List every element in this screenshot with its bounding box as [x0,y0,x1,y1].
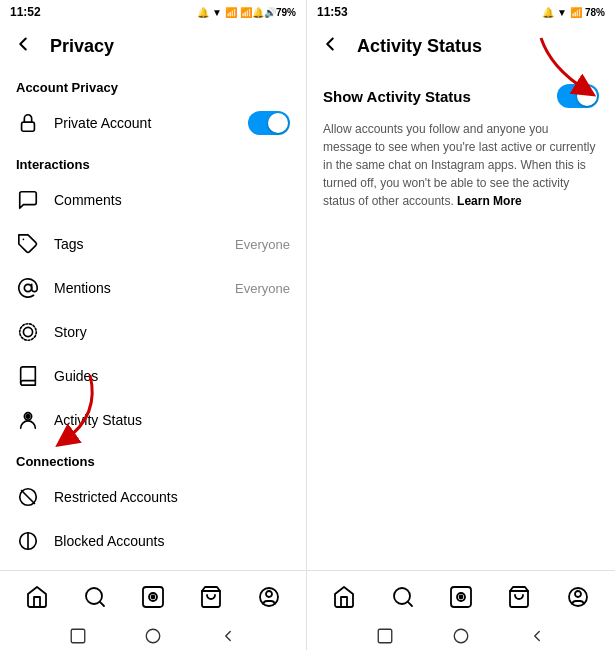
right-battery: 78% [585,7,605,18]
square-gesture-right[interactable] [371,622,399,650]
show-activity-status-label: Show Activity Status [323,88,471,105]
block-icon [16,529,40,553]
tags-label: Tags [54,236,221,252]
right-time: 11:53 [317,5,348,19]
left-nav-icons [0,571,306,622]
right-gesture-bar [307,622,615,650]
back-gesture-left[interactable] [214,622,242,650]
activity-status-toggle[interactable] [557,84,599,108]
menu-item-tags[interactable]: Tags Everyone [0,222,306,266]
right-nav-icons [307,571,615,622]
story-icon [16,320,40,344]
search-nav-right[interactable] [383,577,423,617]
right-page-title: Activity Status [357,36,482,57]
left-status-icons: 🔔 ▼ 📶 📶🔔🔊79% [197,7,296,18]
left-gesture-bar [0,622,306,650]
activity-icon [16,408,40,432]
at-icon [16,276,40,300]
tag-icon [16,232,40,256]
blocked-label: Blocked Accounts [54,533,290,549]
left-bottom-nav [0,570,306,650]
back-button-left[interactable] [12,33,34,60]
profile-nav-left[interactable] [249,577,289,617]
svg-point-2 [24,284,31,291]
guides-label: Guides [54,368,290,384]
comments-label: Comments [54,192,290,208]
right-signal-icon: 📶 [570,7,582,18]
section-connections: Connections [0,442,306,475]
comment-icon [16,188,40,212]
back-gesture-right[interactable] [523,622,551,650]
story-label: Story [54,324,290,340]
menu-item-story[interactable]: Story [0,310,306,354]
menu-item-activity-status[interactable]: Activity Status [0,398,306,442]
svg-point-6 [26,415,30,419]
svg-point-24 [146,629,160,643]
left-scroll-area[interactable]: Account Privacy Private Account Interact… [0,68,306,570]
activity-status-label: Activity Status [54,412,290,428]
svg-point-22 [266,591,272,597]
book-icon [16,364,40,388]
left-header: Privacy [0,24,306,68]
svg-line-26 [407,601,411,605]
menu-item-blocked[interactable]: Blocked Accounts [0,519,306,563]
learn-more-link[interactable]: Learn More [457,194,522,208]
svg-rect-33 [378,629,392,643]
menu-item-muted[interactable]: Muted Accounts [0,563,306,570]
profile-nav-right[interactable] [558,577,598,617]
mentions-value: Everyone [235,281,290,296]
svg-rect-0 [22,122,35,131]
battery-left: 📶🔔🔊79% [240,7,296,18]
back-button-right[interactable] [319,33,341,60]
circle-gesture-left[interactable] [139,622,167,650]
right-panel: 11:53 🔔 ▼ 📶 78% Activity Status Show Act… [307,0,615,650]
svg-point-4 [20,324,37,341]
svg-point-3 [23,327,32,336]
menu-item-restricted[interactable]: Restricted Accounts [0,475,306,519]
activity-description: Allow accounts you follow and anyone you… [323,120,599,210]
left-page-title: Privacy [50,36,114,57]
right-wifi-icon: ▼ [557,7,567,18]
circle-gesture-right[interactable] [447,622,475,650]
right-alarm-icon: 🔔 [542,7,554,18]
restricted-label: Restricted Accounts [54,489,290,505]
left-panel: 11:52 🔔 ▼ 📶 📶🔔🔊79% Privacy Account Priva… [0,0,307,650]
svg-point-29 [459,595,462,598]
menu-item-comments[interactable]: Comments [0,178,306,222]
menu-item-guides[interactable]: Guides [0,354,306,398]
lock-icon [16,111,40,135]
square-gesture-left[interactable] [64,622,92,650]
section-interactions: Interactions [0,145,306,178]
svg-line-16 [100,601,104,605]
alarm-icon: 🔔 [197,7,209,18]
reels-nav-right[interactable] [441,577,481,617]
private-account-label: Private Account [54,115,234,131]
wifi-icon: ▼ [212,7,222,18]
home-nav-left[interactable] [17,577,57,617]
left-status-bar: 11:52 🔔 ▼ 📶 📶🔔🔊79% [0,0,306,24]
svg-point-34 [454,629,468,643]
right-header: Activity Status [307,24,615,68]
svg-line-8 [22,491,35,504]
right-panel-wrapper: 11:53 🔔 ▼ 📶 78% Activity Status Show Act… [307,0,615,650]
private-account-toggle[interactable] [248,111,290,135]
menu-item-private-account[interactable]: Private Account [0,101,306,145]
activity-toggle-row: Show Activity Status [323,84,599,108]
svg-point-32 [575,591,581,597]
left-time: 11:52 [10,5,41,19]
section-account-privacy: Account Privacy [0,68,306,101]
tags-value: Everyone [235,237,290,252]
reels-nav-left[interactable] [133,577,173,617]
shop-nav-left[interactable] [191,577,231,617]
right-status-bar: 11:53 🔔 ▼ 📶 78% [307,0,615,24]
search-nav-left[interactable] [75,577,115,617]
right-content: Show Activity Status Allow accounts you … [307,68,615,570]
svg-point-19 [152,595,155,598]
signal-icon: 📶 [225,7,237,18]
shop-nav-right[interactable] [499,577,539,617]
restrict-icon [16,485,40,509]
right-bottom-nav [307,570,615,650]
home-nav-right[interactable] [324,577,364,617]
svg-rect-23 [71,629,85,643]
menu-item-mentions[interactable]: Mentions Everyone [0,266,306,310]
